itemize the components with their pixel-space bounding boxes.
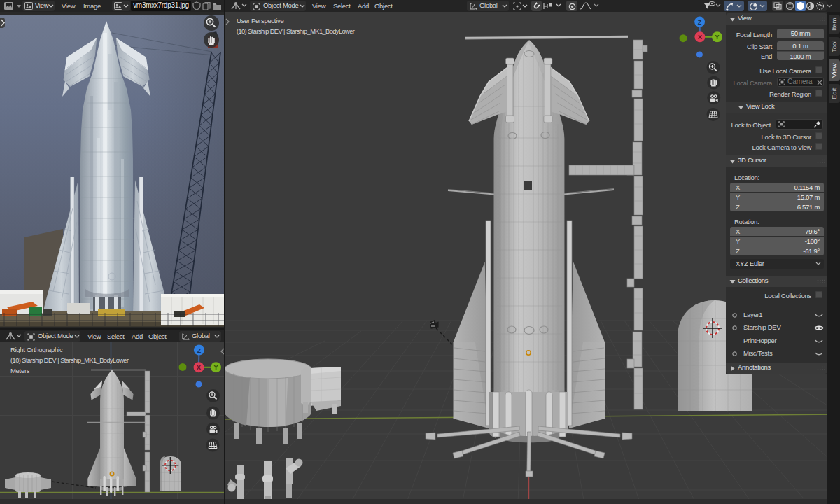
svg-text:X: X — [698, 34, 702, 41]
svg-text:Z: Z — [197, 347, 202, 354]
svg-text:Y: Y — [715, 34, 719, 41]
svg-text:Meters: Meters — [10, 367, 30, 374]
svg-text:Y: Y — [214, 364, 218, 371]
svg-text:Z: Z — [698, 19, 702, 26]
svg-text:User Perspective: User Perspective — [237, 17, 284, 24]
svg-text:(10) Starship DEV | Starship_M: (10) Starship DEV | Starship_MK1_BodyLow… — [10, 357, 129, 364]
svg-text:Right Orthographic: Right Orthographic — [10, 346, 63, 354]
svg-text:(10) Starship DEV | Starship_M: (10) Starship DEV | Starship_MK1_BodyLow… — [237, 28, 355, 35]
svg-text:X: X — [197, 364, 201, 371]
